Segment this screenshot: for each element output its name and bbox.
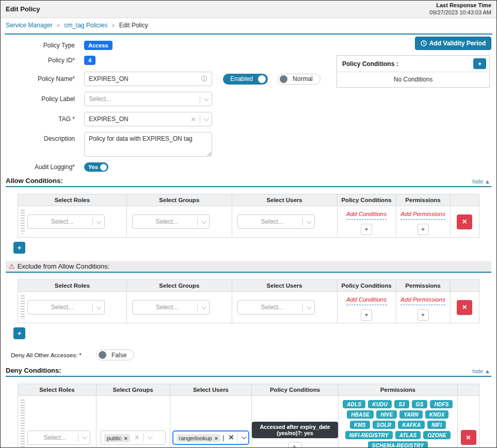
exclude-select-users[interactable]: Select...: [237, 300, 315, 314]
column-header: Select Roles: [18, 384, 97, 396]
allow-select-users[interactable]: Select...: [237, 214, 315, 229]
breadcrumb-cm-tag-policies[interactable]: cm_tag Policies: [64, 22, 107, 29]
add-conditions-button[interactable]: +: [361, 224, 372, 235]
permission-chip: YARN: [399, 410, 422, 419]
add-conditions-button[interactable]: +: [361, 309, 372, 321]
permission-chip: HIVE: [376, 410, 397, 419]
policy-conditions-panel-title: Policy Conditions :: [342, 60, 398, 68]
plus-icon: +: [365, 311, 368, 319]
exclude-select-roles[interactable]: Select...: [27, 300, 105, 314]
add-conditions-link[interactable]: Add Conditions: [346, 296, 387, 305]
user-chip[interactable]: rangerlookup×: [177, 434, 221, 442]
plus-icon: +: [18, 329, 22, 337]
clear-icon[interactable]: ✕: [188, 115, 200, 123]
deny-select-users[interactable]: rangerlookup× | ✕: [172, 430, 250, 445]
deny-select-roles[interactable]: Select...: [27, 430, 90, 445]
audit-logging-label: Audit Logging*: [6, 163, 84, 171]
column-header: Permissions: [396, 194, 450, 206]
chevron-up-icon: ▲: [485, 178, 490, 185]
permission-chip: HBASE: [347, 410, 374, 419]
policy-type-label: Policy Type: [6, 42, 84, 49]
permission-chip: SCHEMA-REGISTRY: [368, 441, 428, 448]
column-header: Select Groups: [96, 384, 170, 396]
deny-all-toggle-label: False: [111, 352, 126, 359]
exclude-select-groups[interactable]: Select...: [132, 300, 210, 314]
clock-icon: [421, 40, 427, 46]
tag-select[interactable]: EXPIRES_ON ✕: [84, 112, 212, 126]
plus-icon: +: [421, 226, 425, 233]
deny-conditions-hide-link[interactable]: hide ▲: [472, 368, 490, 374]
column-header: Policy Conditions: [252, 384, 338, 396]
deny-all-label: Deny All Other Accesses: *: [11, 352, 96, 358]
allow-select-groups[interactable]: Select...: [132, 214, 210, 229]
add-policy-condition-button[interactable]: +: [473, 58, 486, 69]
deny-select-groups[interactable]: public× ✕: [101, 430, 166, 445]
chevron-down-icon: [82, 434, 87, 439]
allow-conditions-title: Allow Conditions:: [6, 177, 62, 185]
last-response-time: Last Response Time 09/27/2023 10:43:03 A…: [429, 2, 491, 16]
policy-id-label: Policy ID*: [6, 57, 84, 64]
policy-name-input[interactable]: EXPIRES_ON ⓘ: [84, 72, 212, 86]
drag-handle[interactable]: [21, 295, 25, 319]
exclude-allow-header: ⚠ Exclude from Allow Conditions:: [6, 261, 491, 273]
permission-chip: HDFS: [430, 400, 453, 408]
column-header: [450, 280, 479, 292]
permission-chip: OZONE: [423, 431, 451, 439]
drag-handle[interactable]: [21, 210, 25, 234]
add-permissions-button[interactable]: +: [418, 224, 429, 235]
breadcrumb: Service Manager > cm_tag Policies > Edit…: [1, 18, 496, 32]
divider: [78, 434, 78, 442]
description-label: Description: [6, 132, 84, 142]
tag-value: EXPIRES_ON: [89, 115, 188, 123]
add-validity-period-button[interactable]: Add Validity Period: [415, 37, 491, 50]
enabled-toggle[interactable]: Enabled: [223, 74, 268, 85]
delete-row-button[interactable]: ✕: [457, 300, 472, 315]
audit-logging-value: Yes: [88, 164, 98, 170]
chevron-down-icon: [201, 219, 206, 224]
plus-icon: +: [478, 60, 482, 68]
plus-icon: +: [365, 226, 368, 233]
add-permissions-link[interactable]: Add Permissions: [400, 211, 445, 220]
add-permissions-button[interactable]: +: [418, 309, 429, 321]
toggle-knob: [280, 75, 287, 83]
text-cursor: |: [222, 434, 224, 441]
policy-condition-badge: Accessed after expiry_date (yes/no)?: ye…: [252, 422, 338, 438]
allow-conditions-hide-link[interactable]: hide ▲: [472, 178, 490, 185]
add-conditions-link[interactable]: Add Conditions: [346, 211, 387, 220]
plus-icon: +: [18, 244, 22, 252]
clear-icon[interactable]: ✕: [227, 434, 238, 441]
divider: [237, 434, 238, 442]
add-permissions-link[interactable]: Add Permissions: [400, 296, 445, 305]
group-chip[interactable]: public×: [104, 434, 130, 442]
clear-icon[interactable]: ✕: [132, 434, 143, 441]
remove-chip-icon[interactable]: ×: [215, 435, 218, 441]
audit-logging-toggle[interactable]: Yes: [84, 162, 108, 172]
allow-conditions-header: Allow Conditions: hide ▲: [6, 176, 491, 187]
deny-all-toggle[interactable]: False: [96, 350, 134, 360]
column-header: Select Users: [232, 194, 337, 206]
breadcrumb-service-manager[interactable]: Service Manager: [6, 22, 53, 29]
remove-chip-icon[interactable]: ×: [124, 435, 127, 441]
enabled-toggle-label: Enabled: [230, 75, 253, 82]
normal-override-toggle[interactable]: Normal: [277, 74, 320, 85]
policy-label-placeholder: Select...: [89, 95, 200, 103]
delete-row-button[interactable]: ✕: [461, 430, 476, 445]
allow-select-roles[interactable]: Select...: [27, 214, 105, 229]
edit-conditions-button[interactable]: ✎: [288, 442, 302, 448]
column-header: Select Groups: [126, 194, 232, 206]
policy-label-select[interactable]: Select...: [84, 92, 212, 106]
policy-id-badge: 4: [84, 56, 95, 65]
column-header: Select Users: [232, 280, 337, 292]
delete-row-button[interactable]: ✕: [457, 214, 472, 229]
add-exclude-condition-row-button[interactable]: +: [13, 327, 25, 339]
description-textarea[interactable]: Policy for data with EXPIRES_ON tag: [84, 132, 212, 157]
chevron-down-icon: [201, 304, 206, 309]
drag-handle[interactable]: [21, 400, 25, 448]
divider: [302, 218, 303, 226]
add-validity-period-label: Add Validity Period: [429, 40, 486, 47]
policy-conditions-panel: Policy Conditions : + No Conditions: [336, 55, 490, 88]
toggle-knob: [100, 164, 107, 171]
chevron-down-icon: [204, 116, 209, 121]
breadcrumb-separator-icon: >: [57, 22, 60, 28]
add-allow-condition-row-button[interactable]: +: [13, 242, 25, 254]
